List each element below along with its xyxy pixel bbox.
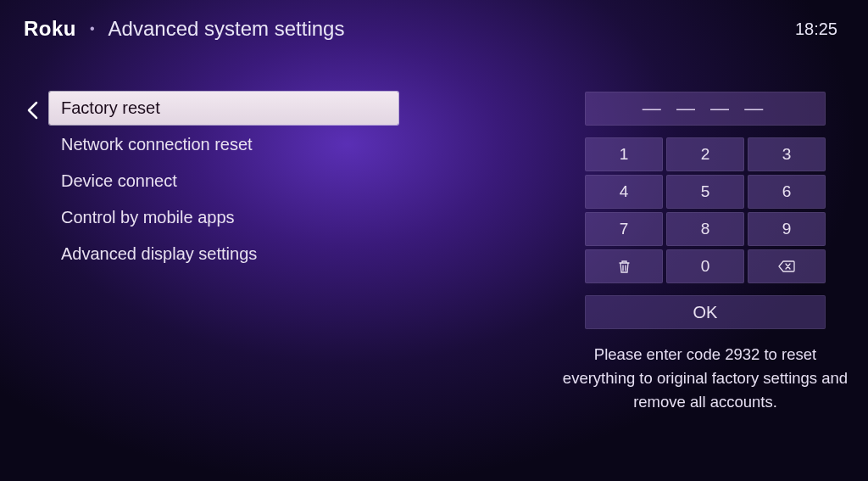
menu-item-display-settings[interactable]: Advanced display settings [49, 238, 398, 271]
clock: 18:25 [795, 20, 844, 39]
key-6[interactable]: 6 [748, 175, 826, 209]
key-backspace[interactable] [748, 249, 826, 283]
settings-menu: Factory reset Network connection reset D… [49, 92, 398, 271]
header: Roku • Advanced system settings 18:25 [0, 0, 868, 41]
key-0[interactable]: 0 [666, 249, 744, 283]
instruction-text: Please enter code 2932 to reset everythi… [561, 343, 849, 413]
key-9[interactable]: 9 [748, 212, 826, 246]
key-2[interactable]: 2 [666, 137, 744, 171]
page-title: Advanced system settings [108, 17, 345, 41]
key-1[interactable]: 1 [585, 137, 663, 171]
ok-button[interactable]: OK [585, 295, 826, 329]
menu-item-network-reset[interactable]: Network connection reset [49, 128, 398, 161]
menu-item-control-mobile[interactable]: Control by mobile apps [49, 201, 398, 234]
code-display: — — — — [585, 92, 826, 126]
trash-icon [618, 260, 631, 274]
key-4[interactable]: 4 [585, 175, 663, 209]
key-5[interactable]: 5 [666, 175, 744, 209]
keypad: 1 2 3 4 5 6 7 8 9 0 [585, 137, 826, 283]
key-7[interactable]: 7 [585, 212, 663, 246]
backspace-icon [778, 260, 795, 272]
key-clear[interactable] [585, 249, 663, 283]
menu-item-device-connect[interactable]: Device connect [49, 165, 398, 198]
menu-item-factory-reset[interactable]: Factory reset [49, 92, 398, 125]
separator-dot: • [90, 21, 95, 36]
key-8[interactable]: 8 [666, 212, 744, 246]
back-icon[interactable] [24, 98, 41, 122]
logo: Roku [24, 17, 76, 41]
key-3[interactable]: 3 [748, 137, 826, 171]
